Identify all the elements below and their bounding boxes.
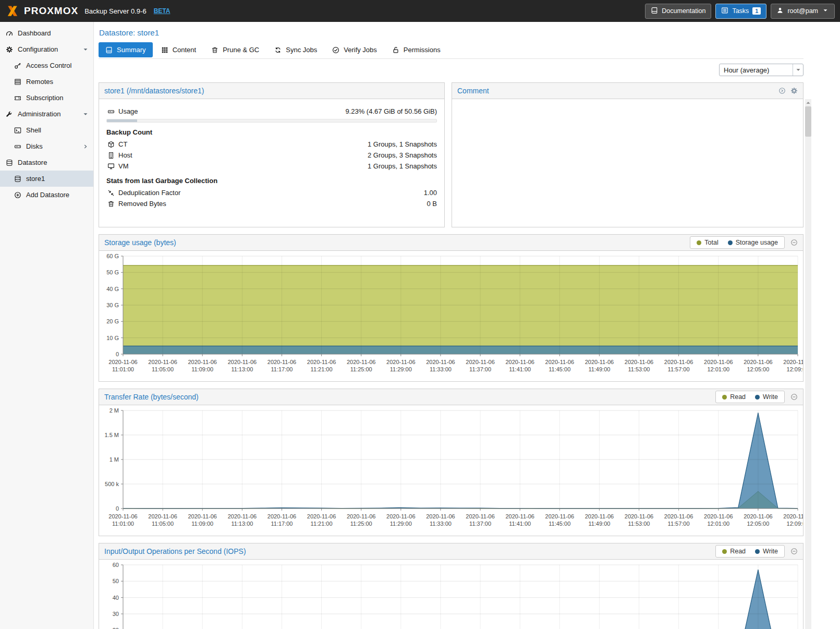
svg-text:11:53:00: 11:53:00 [628, 366, 650, 372]
svg-text:10 G: 10 G [106, 335, 119, 341]
svg-text:11:37:00: 11:37:00 [469, 521, 491, 527]
gc-stat-value: 1.00 [424, 189, 437, 197]
svg-text:1.5 M: 1.5 M [104, 432, 119, 438]
iops-chart: 60504030201002020-11-0611:01:002020-11-0… [99, 560, 803, 629]
svg-text:0: 0 [116, 351, 119, 357]
collapse-icon[interactable] [790, 239, 798, 246]
backup-count-heading: Backup Count [106, 128, 437, 136]
scroll-up-button[interactable] [805, 99, 811, 106]
tab-permissions[interactable]: Permissions [385, 42, 447, 57]
sidebar-item-label: Dashboard [18, 29, 51, 37]
svg-text:2020-11-06: 2020-11-06 [585, 359, 614, 365]
legend-item-write[interactable]: Write [755, 548, 778, 555]
trash-icon [106, 200, 116, 208]
sidebar-item-disks[interactable]: Disks [0, 138, 93, 154]
cube-icon [106, 141, 116, 148]
dedup-factor-row: Deduplication Factor 1.00 [106, 188, 437, 198]
legend-item-total[interactable]: Total [697, 239, 718, 246]
scrollbar-thumb[interactable] [805, 106, 811, 137]
book-icon [105, 46, 113, 54]
tasks-button[interactable]: Tasks 1 [715, 4, 766, 19]
svg-text:11:57:00: 11:57:00 [668, 521, 690, 527]
tab-bar: Summary Content Prune & GC Sync Jobs Ver… [99, 42, 804, 59]
tab-content[interactable]: Content [154, 42, 203, 57]
legend-label: Read [730, 393, 746, 401]
svg-text:11:13:00: 11:13:00 [231, 366, 253, 372]
comment-body[interactable] [452, 99, 803, 112]
svg-text:2020-11-06: 2020-11-06 [188, 359, 216, 365]
monitor-icon [106, 163, 116, 170]
legend-item-read[interactable]: Read [722, 548, 746, 555]
collapse-icon[interactable] [790, 548, 798, 555]
svg-text:11:13:00: 11:13:00 [231, 521, 253, 527]
svg-text:11:49:00: 11:49:00 [588, 366, 610, 372]
sidebar-item-datastore[interactable]: Datastore [0, 154, 93, 171]
datastore-summary-panel: store1 (/mnt/datastores/store1) Usage 9.… [99, 82, 445, 227]
brand: PROXMOX Backup Server 0.9-6 BETA [5, 4, 170, 18]
brand-wordmark: PROXMOX [24, 5, 78, 17]
tab-summary[interactable]: Summary [99, 42, 153, 57]
svg-text:11:33:00: 11:33:00 [430, 521, 452, 527]
chevron-right-icon [82, 143, 89, 150]
tasks-count-badge: 1 [752, 7, 761, 15]
combo-trigger[interactable] [793, 64, 803, 76]
plus-circle-icon [14, 191, 22, 199]
legend-dot [755, 549, 760, 554]
panel-header: store1 (/mnt/datastores/store1) [99, 83, 444, 99]
main-layout: Dashboard Configuration Access Control R… [0, 22, 840, 629]
user-icon [776, 7, 784, 16]
usage-progress-bar [106, 119, 437, 123]
svg-text:2020-11-06: 2020-11-06 [704, 359, 733, 365]
svg-text:2020-11-06: 2020-11-06 [228, 513, 257, 519]
svg-text:2020-11-06: 2020-11-06 [545, 513, 574, 519]
user-menu-button[interactable]: root@pam [771, 4, 835, 19]
svg-text:2020-11-06: 2020-11-06 [267, 513, 296, 519]
tab-prune-gc[interactable]: Prune & GC [204, 42, 266, 57]
svg-text:11:29:00: 11:29:00 [390, 366, 412, 372]
tab-verify-jobs[interactable]: Verify Jobs [325, 42, 384, 57]
legend-item-read[interactable]: Read [722, 393, 746, 401]
legend-label: Total [704, 239, 718, 246]
sidebar-item-store1[interactable]: store1 [0, 171, 93, 187]
tab-sync-jobs[interactable]: Sync Jobs [267, 42, 324, 57]
sidebar-item-configuration[interactable]: Configuration [0, 41, 93, 57]
tab-label: Summary [117, 46, 146, 54]
legend-dot [755, 395, 760, 400]
sidebar-item-subscription[interactable]: Subscription [0, 90, 93, 106]
documentation-button[interactable]: Documentation [645, 4, 711, 19]
svg-text:2020-11-06: 2020-11-06 [466, 513, 494, 519]
svg-text:11:41:00: 11:41:00 [509, 521, 531, 527]
svg-text:2020-11-06: 2020-11-06 [664, 513, 693, 519]
legend-item-write[interactable]: Write [755, 393, 778, 401]
legend-dot [697, 240, 701, 245]
collapse-icon[interactable] [790, 393, 798, 401]
usage-value: 9.23% (4.67 GiB of 50.56 GiB) [345, 107, 437, 115]
sidebar-item-administration[interactable]: Administration [0, 106, 93, 122]
svg-text:60 G: 60 G [106, 253, 119, 259]
svg-text:2020-11-06: 2020-11-06 [426, 513, 455, 519]
hdd-icon [106, 108, 116, 115]
gear-icon[interactable] [790, 87, 798, 94]
svg-text:2020-11-06: 2020-11-06 [744, 513, 772, 519]
svg-text:2020-11-06: 2020-11-06 [108, 359, 137, 365]
sidebar-item-access-control[interactable]: Access Control [0, 57, 93, 74]
svg-text:2020-11-06: 2020-11-06 [545, 359, 574, 365]
sidebar-item-dashboard[interactable]: Dashboard [0, 25, 93, 41]
sidebar-item-shell[interactable]: Shell [0, 122, 93, 138]
user-label: root@pam [787, 7, 818, 15]
time-range-select[interactable]: Hour (average) [719, 64, 804, 76]
vertical-scrollbar[interactable] [805, 99, 811, 629]
svg-text:1 M: 1 M [109, 456, 119, 463]
circle-arrow-icon[interactable] [778, 87, 786, 94]
caret-down-icon [82, 46, 89, 53]
sidebar-item-add-datastore[interactable]: Add Datastore [0, 187, 93, 203]
server-rows-icon [14, 78, 22, 86]
svg-text:2020-11-06: 2020-11-06 [466, 359, 494, 365]
panel-header: Storage usage (bytes) Total Storage usag… [99, 235, 803, 251]
panel-body: Usage 9.23% (4.67 GiB of 50.56 GiB) Back… [99, 99, 444, 216]
beta-link[interactable]: BETA [154, 7, 171, 15]
wrench-icon [5, 111, 14, 118]
sidebar-item-remotes[interactable]: Remotes [0, 74, 93, 90]
legend-item-storage-usage[interactable]: Storage usage [728, 239, 778, 246]
count-label: Host [118, 151, 132, 159]
